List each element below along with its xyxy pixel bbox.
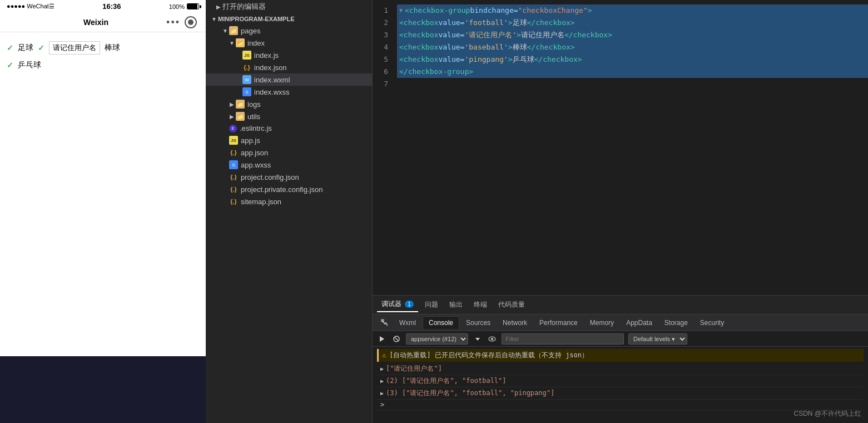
- token-text: 足球: [513, 17, 527, 29]
- appservice-selector[interactable]: appservice (#12): [406, 333, 468, 345]
- open-editors-header[interactable]: ▶ 打开的编辑器: [206, 0, 372, 13]
- tab-network[interactable]: Network: [497, 317, 533, 329]
- tab-sources[interactable]: Sources: [460, 317, 496, 329]
- file-index-wxss[interactable]: ▶ S index.wxss: [206, 86, 372, 98]
- token-tag: >: [517, 29, 521, 41]
- file-index-json[interactable]: ▶ {.} index.json: [206, 61, 372, 73]
- phone-battery: 100%: [169, 3, 199, 10]
- token-tag: >: [508, 41, 513, 53]
- console-levels-select[interactable]: Default levels ▾: [628, 333, 687, 345]
- checkbox-input-remember[interactable]: 请记住用户名: [49, 41, 100, 55]
- token-tag: </checkbox>: [527, 17, 575, 29]
- code-editor[interactable]: 1234567 ▼<checkbox-group bindchange="che…: [373, 0, 868, 295]
- folder-pages[interactable]: ▼ 📁 pages: [206, 24, 372, 37]
- tab-terminal[interactable]: 终端: [469, 298, 492, 312]
- file-project-private-config[interactable]: ▶ {.} project.private.config.json: [206, 183, 372, 195]
- token-string-yellow: 'baseball': [464, 41, 508, 53]
- svg-point-6: [491, 338, 493, 340]
- phone-nav-dots[interactable]: •••: [166, 17, 180, 28]
- checkbox-label-football: 足球: [18, 43, 33, 53]
- app-js-label: app.js: [241, 136, 372, 145]
- tab-console[interactable]: Console: [423, 316, 459, 329]
- tab-output[interactable]: 输出: [445, 298, 467, 312]
- logs-arrow: ▶: [228, 100, 236, 108]
- file-project-config[interactable]: ▶ {.} project.config.json: [206, 171, 372, 183]
- line-numbers: 1234567: [373, 0, 395, 295]
- code-line-7: [397, 78, 868, 90]
- folder-index[interactable]: ▼ 📂 index: [206, 37, 372, 49]
- warning-text: [自动热重载] 已开启代码文件保存后自动热重载（不支持 json）: [389, 351, 588, 359]
- index-arrow: ▼: [228, 39, 236, 47]
- tab-debugger[interactable]: 调试器 1: [377, 297, 418, 312]
- token-tag: <checkbox: [399, 53, 438, 66]
- eslint-icon: E: [229, 125, 237, 132]
- console-run-btn[interactable]: [377, 334, 387, 344]
- token-string-orange: "checkboxChange": [518, 4, 588, 17]
- log-text: (3) ["请记住用户名", "football", "pingpang"]: [386, 388, 554, 398]
- folder-utils[interactable]: ▶ 📁 utils: [206, 110, 372, 122]
- console-toolbar: appservice (#12) Default levels ▾: [373, 331, 868, 347]
- tab-storage[interactable]: Storage: [659, 317, 693, 329]
- token-text: 棒球: [513, 41, 527, 53]
- checkbox-label-baseball: 棒球: [105, 43, 120, 53]
- watermark: CSDN @不许代码上红: [793, 409, 861, 419]
- devtools-cursor-icon[interactable]: [377, 317, 393, 328]
- file-app-wxss[interactable]: ▶ S app.wxss: [206, 159, 372, 171]
- tab-problems[interactable]: 问题: [420, 298, 443, 312]
- token-attr: value=: [438, 41, 464, 53]
- line-number-3: 3: [373, 29, 388, 41]
- log-text: (2) ["请记住用户名", "football"]: [386, 376, 507, 386]
- check-icon-3: ✓: [7, 61, 13, 70]
- phone-content: ✓ 足球 ✓ 请记住用户名 棒球 ✓ 乒乓球: [0, 32, 206, 85]
- token-string-yellow: 'football': [464, 17, 508, 29]
- console-eye-btn[interactable]: [487, 334, 497, 344]
- pages-arrow: ▼: [221, 27, 229, 35]
- token-attr: value=: [438, 53, 464, 66]
- tab-wxml[interactable]: Wxml: [394, 317, 421, 329]
- file-app-js[interactable]: ▶ JS app.js: [206, 134, 372, 146]
- tab-security[interactable]: Security: [695, 317, 730, 329]
- token-tag: >: [588, 4, 592, 17]
- code-line-6: </checkbox-group>: [397, 66, 868, 78]
- project-private-config-label: project.private.config.json: [241, 185, 372, 194]
- warn-icon: ⚠: [382, 351, 386, 359]
- file-eslintrc[interactable]: ▶ E .eslintrc.js: [206, 122, 372, 134]
- file-explorer: ▶ 打开的编辑器 ▼ MINIPROGRAM-EXAMPLE ▼ 📁 pages…: [206, 0, 373, 423]
- tab-performance[interactable]: Performance: [534, 317, 583, 329]
- console-log-message[interactable]: ▶(2) ["请记住用户名", "football"]: [377, 375, 864, 387]
- console-log-message[interactable]: ▶["请记住用户名"]: [377, 363, 864, 375]
- folder-logs[interactable]: ▶ 📁 logs: [206, 98, 372, 110]
- file-index-wxml[interactable]: ▶ W index.wxml: [206, 73, 372, 86]
- file-sitemap[interactable]: ▶ {.} sitemap.json: [206, 195, 372, 208]
- json-icon-5: {.}: [229, 197, 238, 206]
- collapse-arrow: ▼: [399, 4, 403, 17]
- line-number-2: 2: [373, 17, 388, 29]
- tab-quality[interactable]: 代码质量: [494, 298, 529, 312]
- phone-record-button[interactable]: [185, 16, 197, 28]
- token-tag: <checkbox: [399, 41, 438, 53]
- console-block-btn[interactable]: [391, 334, 401, 344]
- project-root[interactable]: ▼ MINIPROGRAM-EXAMPLE: [206, 13, 372, 24]
- console-cursor[interactable]: >: [377, 400, 864, 410]
- line-number-4: 4: [373, 41, 388, 53]
- expand-arrow-icon: ▶: [380, 390, 384, 396]
- tab-appdata[interactable]: AppData: [621, 317, 658, 329]
- checkbox-row-2: ✓ 乒乓球: [7, 60, 199, 70]
- project-config-label: project.config.json: [241, 173, 372, 181]
- debug-panel: 调试器 1 问题 输出 终端 代码质量 Wxml Console Sources…: [373, 295, 868, 423]
- console-filter-input[interactable]: [502, 333, 624, 345]
- eslintrc-label: .eslintrc.js: [240, 124, 372, 132]
- file-app-json[interactable]: ▶ {.} app.json: [206, 146, 372, 159]
- tab-memory[interactable]: Memory: [584, 317, 619, 329]
- utils-label: utils: [247, 112, 372, 121]
- phone-nav-title: Weixin: [83, 18, 108, 27]
- phone-record-inner: [188, 19, 194, 25]
- token-text: 乒乓球: [513, 53, 534, 66]
- token-string-yellow: '请记住用户名': [464, 29, 517, 41]
- console-dropdown-btn[interactable]: [473, 334, 483, 344]
- console-log-message[interactable]: ▶(3) ["请记住用户名", "football", "pingpang"]: [377, 387, 864, 400]
- file-index-js[interactable]: ▶ JS index.js: [206, 49, 372, 61]
- code-line-2: <checkbox value='football'>足球</checkbox>: [397, 17, 868, 29]
- code-line-4: <checkbox value='baseball'>棒球</checkbox>: [397, 41, 868, 53]
- index-wxss-label: index.wxss: [254, 88, 372, 96]
